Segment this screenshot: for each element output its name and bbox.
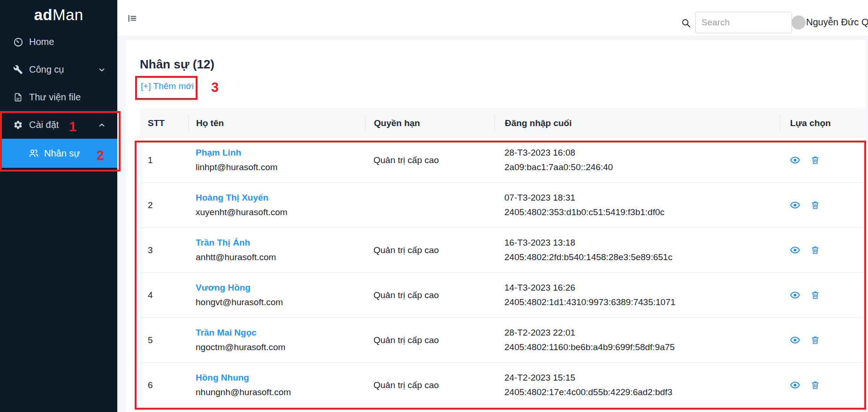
table-row: 1 Phạm Linh linhpt@hurasoft.com Quản trị… xyxy=(140,138,866,183)
table-row: 5 Trần Mai Ngọc ngoctm@hurasoft.com Quản… xyxy=(140,318,866,363)
view-icon[interactable] xyxy=(790,200,800,210)
chevron-up-icon xyxy=(98,121,106,129)
sidebar-item-settings[interactable]: Cài đặt xyxy=(0,111,117,139)
app-logo: adMan xyxy=(0,0,117,30)
view-icon[interactable] xyxy=(790,380,800,390)
delete-icon[interactable] xyxy=(810,380,821,390)
employee-role: Quản trị cấp cao xyxy=(365,245,495,255)
sidebar-toggle-icon[interactable] xyxy=(127,13,137,23)
topbar: Nguyễn Đức Qu xyxy=(117,0,868,36)
view-icon[interactable] xyxy=(790,335,800,345)
table-row: 3 Trần Thị Ánh anhtt@hurasoft.com Quản t… xyxy=(140,228,866,273)
employee-email: anhtt@hurasoft.com xyxy=(196,252,365,262)
employee-name-link[interactable]: Trần Thị Ánh xyxy=(196,238,365,248)
sidebar-item-label: Cài đặt xyxy=(29,120,98,130)
last-login-time: 16-T3-2023 13:18 xyxy=(504,238,780,248)
table-header: STT Họ tên Quyền hạn Đăng nhập cuối Lựa … xyxy=(140,108,866,138)
delete-icon[interactable] xyxy=(810,245,821,255)
gear-icon xyxy=(13,120,23,130)
column-header-last-login: Đăng nhập cuối xyxy=(495,115,780,131)
employee-name-link[interactable]: Vương Hồng xyxy=(196,283,365,293)
add-new-button[interactable]: [+] Thêm mới xyxy=(141,81,194,91)
employee-role: Quản trị cấp cao xyxy=(365,380,495,390)
search-icon xyxy=(681,18,691,28)
page-title: Nhân sự (12) xyxy=(140,57,866,72)
view-icon[interactable] xyxy=(790,245,800,255)
last-login-time: 28-T2-2023 22:01 xyxy=(504,328,780,338)
file-icon xyxy=(13,92,23,103)
row-index: 6 xyxy=(140,380,188,390)
row-index: 5 xyxy=(140,335,188,345)
last-login-time: 07-T3-2023 18:31 xyxy=(504,193,780,203)
last-login-ip: 2405:4802:353:d1b0:c51:5419:f3b1:df0c xyxy=(504,207,780,217)
people-icon xyxy=(28,148,39,159)
employee-email: nhungnh@hurasoft.com xyxy=(196,387,365,397)
last-login-time: 24-T2-2023 15:15 xyxy=(504,373,780,383)
employee-email: ngoctm@hurasoft.com xyxy=(196,342,365,352)
employee-email: xuyenht@hurasoft.com xyxy=(196,207,365,217)
employee-email: linhpt@hurasoft.com xyxy=(196,162,365,172)
column-header-actions: Lựa chọn xyxy=(780,115,866,131)
view-icon[interactable] xyxy=(790,155,800,165)
sidebar-item-personnel[interactable]: Nhân sự xyxy=(0,139,117,168)
employee-role: Quản trị cấp cao xyxy=(365,335,495,345)
sidebar-item-tools[interactable]: Công cụ xyxy=(0,56,117,83)
personnel-table: STT Họ tên Quyền hạn Đăng nhập cuối Lựa … xyxy=(140,108,866,408)
sidebar-item-label: Home xyxy=(29,37,106,47)
logo-light-part: Man xyxy=(53,6,84,24)
sidebar-item-home[interactable]: Home xyxy=(0,28,117,56)
last-login-time: 28-T3-2023 16:08 xyxy=(504,148,780,158)
sidebar-item-label: Công cụ xyxy=(29,64,98,75)
employee-name-link[interactable]: Trần Mai Ngọc xyxy=(196,328,365,338)
column-header-role: Quyền hạn xyxy=(365,115,495,131)
employee-name-link[interactable]: Hồng Nhung xyxy=(196,373,365,383)
avatar[interactable] xyxy=(792,15,806,30)
chevron-down-icon xyxy=(98,66,106,74)
sidebar-item-label: Thư viện file xyxy=(29,92,106,103)
last-login-ip: 2405:4802:17e:4c00:d55b:4229:6ad2:bdf3 xyxy=(504,387,780,397)
last-login-ip: 2a09:bac1:7aa0:50::246:40 xyxy=(504,162,780,172)
delete-icon[interactable] xyxy=(810,335,821,345)
table-row: 4 Vương Hồng hongvt@hurasoft.com Quản tr… xyxy=(140,273,866,318)
table-row: 2 Hoàng Thị Xuyến xuyenht@hurasoft.com 0… xyxy=(140,183,866,228)
delete-icon[interactable] xyxy=(810,200,821,210)
delete-icon[interactable] xyxy=(810,290,821,300)
last-login-ip: 2405:4802:2fd:b540:1458:28e3:5e89:651c xyxy=(504,252,780,262)
employee-role: Quản trị cấp cao xyxy=(365,290,495,300)
last-login-ip: 2405:4802:1d1:4310:9973:6389:7435:1071 xyxy=(504,297,780,307)
employee-name-link[interactable]: Phạm Linh xyxy=(196,148,365,158)
row-index: 3 xyxy=(140,245,188,255)
view-icon[interactable] xyxy=(790,290,800,300)
row-index: 1 xyxy=(140,155,188,165)
row-index: 2 xyxy=(140,200,188,210)
search-input[interactable] xyxy=(695,12,792,33)
logo-bold-part: ad xyxy=(34,6,53,24)
sidebar-nav: Home Công cụ Thư viện file Cài đặt xyxy=(0,28,117,168)
content-card: Nhân sự (12) [+] Thêm mới STT Họ tên Quy… xyxy=(126,40,866,412)
employee-role: Quản trị cấp cao xyxy=(365,155,495,165)
row-index: 4 xyxy=(140,290,188,300)
sidebar: adMan Home Công cụ Thư viện file xyxy=(0,0,117,412)
column-header-stt: STT xyxy=(140,115,188,131)
employee-email: hongvt@hurasoft.com xyxy=(196,297,365,307)
delete-icon[interactable] xyxy=(810,155,821,165)
sidebar-subitem-label: Nhân sự xyxy=(44,148,80,159)
sidebar-item-file-library[interactable]: Thư viện file xyxy=(0,83,117,111)
wrench-icon xyxy=(13,65,23,75)
last-login-time: 14-T3-2023 16:26 xyxy=(504,283,780,293)
column-header-name: Họ tên xyxy=(188,115,365,131)
table-row: 6 Hồng Nhung nhungnh@hurasoft.com Quản t… xyxy=(140,363,866,408)
gauge-icon xyxy=(13,37,23,47)
employee-name-link[interactable]: Hoàng Thị Xuyến xyxy=(196,193,365,203)
table-body: 1 Phạm Linh linhpt@hurasoft.com Quản trị… xyxy=(140,138,866,408)
user-name[interactable]: Nguyễn Đức Qu xyxy=(806,17,868,28)
last-login-ip: 2405:4802:1160:be6b:a4b9:699f:58df:9a75 xyxy=(504,342,780,352)
